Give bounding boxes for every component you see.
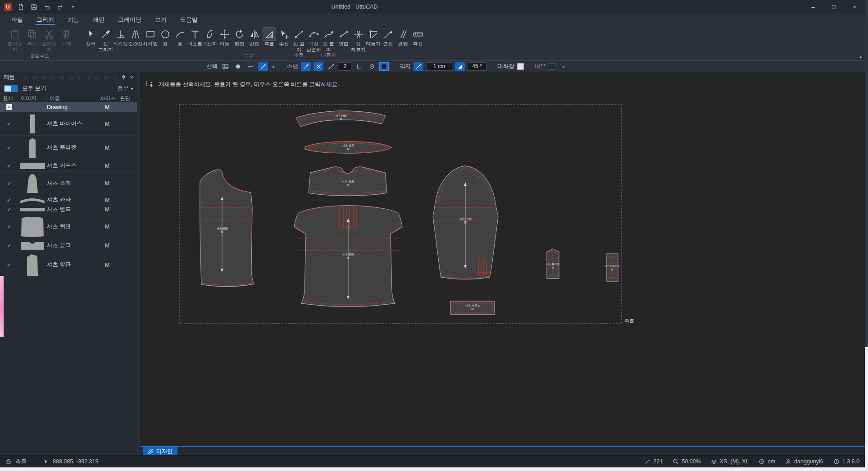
menu-view[interactable]: 보기	[148, 14, 173, 26]
tool-circle[interactable]: 원	[158, 28, 173, 47]
tool-measure[interactable]: 측정	[410, 28, 425, 47]
snap-corner-icon[interactable]	[354, 62, 364, 71]
options-more-icon[interactable]: ▾	[563, 64, 565, 69]
pattern-piece-collar[interactable]: 셔츠카라 M	[296, 111, 386, 127]
pattern-piece-cuff[interactable]: 셔츠 커프스 M	[450, 301, 495, 315]
pen-select-icon[interactable]	[258, 62, 268, 71]
tool-move[interactable]: 이동	[217, 28, 232, 47]
pattern-row-yoke[interactable]: ✓ 셔츠 요크 M	[0, 239, 137, 252]
panel-drag-handle[interactable]	[20, 76, 116, 79]
grid-angle-icon[interactable]	[455, 62, 465, 71]
tool-middle-line[interactable]: 중간선	[128, 28, 143, 47]
new-file-icon[interactable]	[17, 3, 25, 11]
grading-sizes[interactable]: XS, (M), XL	[711, 458, 749, 465]
pattern-drawing[interactable]: 셔츠카라 M 셔츠 밴드 M 셔츠 요크 M	[140, 72, 865, 446]
pattern-row-drawing[interactable]: ✓ Drawing M	[0, 102, 137, 112]
tool-modify[interactable]: 수정	[277, 28, 291, 47]
tool-parallel[interactable]: 평행	[395, 28, 410, 47]
tool-draw-line[interactable]: 선 그리기	[98, 28, 113, 52]
snap-pen-icon[interactable]	[301, 62, 311, 71]
tool-measure-rule[interactable]: 측률	[262, 28, 277, 47]
close-button[interactable]: ×	[844, 0, 865, 14]
pattern-piece-back[interactable]: 셔츠뒤판 M	[294, 206, 402, 307]
copy-button[interactable]: 복사	[23, 28, 41, 47]
tool-merge[interactable]: 병합	[336, 28, 351, 47]
visibility-checkbox[interactable]: ✓	[7, 262, 11, 268]
menu-file[interactable]: 파일	[5, 14, 30, 26]
curve-select-icon[interactable]	[245, 62, 255, 71]
region-select-icon[interactable]	[233, 62, 243, 71]
menu-draw[interactable]: 그리기	[30, 14, 61, 26]
pattern-piece-sleeve[interactable]: 셔츠 소매 M	[433, 166, 498, 279]
snap-intersection-icon[interactable]	[314, 62, 323, 71]
paste-button[interactable]: 붙여넣기	[6, 28, 23, 52]
tool-mirror[interactable]: 반전	[247, 28, 262, 47]
pattern-row-collar[interactable]: ✓ 셔츠 카라 M	[0, 195, 137, 205]
menu-help[interactable]: 도움말	[173, 14, 205, 26]
pin-icon[interactable]	[121, 74, 127, 80]
pattern-row-cuffs[interactable]: ✓ 셔츠 커프스 M	[0, 160, 137, 172]
save-icon[interactable]	[30, 3, 38, 11]
pattern-row-back[interactable]: ✓ 셔츠 뒤판 M	[0, 214, 137, 239]
tool-cut-line[interactable]: 선 자르기	[351, 28, 366, 52]
pattern-row-band[interactable]: ✓ 셔츠 밴드 M	[0, 205, 137, 214]
minimize-button[interactable]: –	[803, 0, 823, 14]
cut-button[interactable]: 잘라내기	[41, 28, 58, 52]
tool-line-length[interactable]: 선 길이 조정	[291, 28, 306, 58]
tool-extend[interactable]: 연장	[381, 28, 395, 47]
grid-spacing-input[interactable]: 1 cm	[426, 62, 452, 71]
tab-design[interactable]: 디자인	[143, 447, 177, 455]
menu-function[interactable]: 기능	[61, 14, 86, 26]
maximize-button[interactable]: □	[823, 0, 844, 14]
visibility-checkbox[interactable]: ✓	[7, 206, 11, 213]
filter-dropdown[interactable]: 전부▾	[117, 85, 133, 92]
measurement-unit[interactable]: cm	[759, 458, 775, 465]
pattern-piece-band[interactable]: 셔츠 밴드 M	[305, 142, 391, 153]
pattern-row-bias[interactable]: ✓ 셔츠 바이어스 M	[0, 112, 137, 136]
pattern-piece-placket[interactable]: 셔츠 플라켓 M	[546, 249, 559, 279]
visibility-checkbox[interactable]: ✓	[7, 197, 11, 203]
visibility-checkbox[interactable]: ✓	[6, 104, 12, 110]
inner-checkbox[interactable]	[549, 63, 555, 70]
tool-arc[interactable]: 호	[173, 28, 187, 47]
tool-select[interactable]: 선택	[83, 28, 98, 47]
menu-pattern[interactable]: 패턴	[86, 14, 111, 26]
tool-attach-trim[interactable]: 선 붙여 다듬기	[321, 28, 336, 58]
dialog-checkbox[interactable]	[517, 63, 524, 70]
panel-close-icon[interactable]: ×	[130, 74, 133, 80]
visibility-checkbox[interactable]: ✓	[7, 121, 11, 127]
grid-pen-icon[interactable]	[414, 62, 423, 71]
snap-tolerance-input[interactable]: 2	[339, 62, 351, 71]
user-account[interactable]: danggunyi6	[785, 458, 823, 465]
tool-trim[interactable]: 다듬기	[366, 28, 381, 47]
pattern-piece-bias[interactable]: 셔츠 바이어스 M	[604, 254, 620, 282]
snap-endpoint-icon[interactable]	[326, 62, 336, 71]
tool-rectangle[interactable]: 사각형	[143, 28, 158, 47]
ribbon-collapse-icon[interactable]: ▴	[859, 54, 862, 59]
drawing-canvas[interactable]: 개체들을 선택하세요. 완료가 된 경우, 마우스 오른쪽 버튼을 클릭하세요.…	[140, 72, 865, 446]
app-version[interactable]: 1.3.6.0	[833, 458, 859, 465]
tool-perpendicular[interactable]: 직각선	[113, 28, 128, 47]
snap-center-icon[interactable]	[367, 62, 377, 71]
pattern-piece-front[interactable]: 셔츠앞판 M	[200, 170, 254, 287]
visibility-checkbox[interactable]: ✓	[7, 242, 11, 249]
delete-button[interactable]: 삭제	[58, 28, 75, 47]
visibility-checkbox[interactable]: ✓	[7, 163, 11, 169]
visibility-checkbox[interactable]: ✓	[7, 224, 11, 230]
undo-icon[interactable]	[43, 3, 51, 11]
pattern-row-sleeve[interactable]: ✓ 셔츠 소매 M	[0, 172, 137, 195]
pattern-piece-yoke[interactable]: 셔츠 요크 M	[309, 167, 387, 196]
zoom-level[interactable]: 50.00%	[673, 458, 700, 465]
grid-angle-input[interactable]: 45 °	[468, 62, 486, 71]
tool-rotate[interactable]: 회전	[232, 28, 247, 47]
pattern-row-placket[interactable]: ✓ 셔츠 플라켓 M	[0, 136, 137, 160]
visibility-checkbox[interactable]: ✓	[7, 180, 11, 187]
show-all-toggle[interactable]	[4, 85, 18, 92]
quick-access-dropdown-icon[interactable]: ▾	[69, 3, 77, 11]
tool-text[interactable]: 텍스트	[187, 28, 202, 47]
tool-curve-simplify[interactable]: 곡선 단순화	[306, 28, 321, 52]
snap-color-swatch[interactable]	[379, 62, 389, 71]
tool-french-curve[interactable]: 곡선자	[202, 28, 217, 47]
redo-icon[interactable]	[56, 3, 64, 11]
image-select-icon[interactable]	[220, 62, 230, 71]
